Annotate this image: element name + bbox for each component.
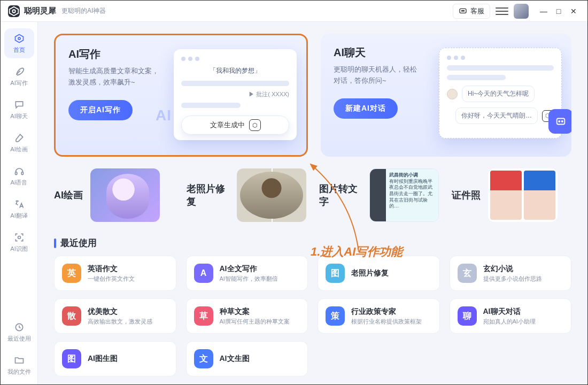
sidebar-item-label: Ai语音 [11, 179, 28, 187]
brush-icon [13, 132, 25, 144]
tile-icon: 草 [194, 306, 213, 326]
recent-section-title: 最近使用 [54, 237, 571, 249]
tile-icon: 散 [62, 306, 81, 326]
sidebar-item-files[interactable]: 我的文件 [4, 350, 34, 380]
customer-service-button[interactable]: 客服 [453, 4, 490, 19]
svg-point-3 [461, 10, 462, 11]
tile-icon: 英 [62, 264, 81, 283]
tile-name: 行业政策专家 [351, 307, 422, 317]
tile-name: 玄幻小说 [483, 264, 542, 274]
window-minimize-button[interactable]: — [536, 4, 551, 19]
sidebar-item-label: AI翻译 [10, 212, 27, 220]
recent-tile[interactable]: 文AI文生图 [186, 341, 308, 376]
recent-tile[interactable]: 英英语作文一键创作英文作文 [54, 256, 176, 291]
svg-point-10 [18, 236, 20, 239]
menu-button[interactable] [496, 5, 508, 18]
recent-tile[interactable]: 散优美散文高效输出散文，激发灵感 [54, 298, 176, 334]
tile-name: 英语作文 [88, 264, 135, 274]
feature-thumb [90, 168, 160, 222]
svg-rect-8 [15, 172, 17, 175]
headphone-icon [13, 165, 25, 177]
app-tagline: 更聪明的AI神器 [61, 6, 106, 16]
tile-icon: 策 [326, 306, 345, 326]
hero-ai-write[interactable]: AI写作 智能生成高质量文章和文案， 激发灵感，效率飙升~ 开启AI写作 「我和… [54, 34, 308, 157]
feature-ocr[interactable]: 图片转文字 武昌街的小调 有时候到重庆晚晚半夜总会不自觉地跟武昌街去走一圈了。尤… [319, 168, 439, 222]
sidebar-item-audio[interactable]: Ai语音 [4, 161, 34, 191]
tile-icon: 图 [326, 264, 345, 283]
tile-desc: 提供更多小说创作思路 [483, 275, 542, 283]
app-logo-icon [8, 5, 20, 17]
chat-icon [13, 99, 25, 111]
tile-desc: AI撰写任何主题的种草文案 [220, 318, 290, 326]
sidebar-item-recent[interactable]: 最近使用 [4, 317, 34, 347]
sidebar-item-draw[interactable]: AI绘画 [4, 128, 34, 158]
feature-title: 图片转文字 [319, 182, 362, 208]
svg-point-5 [463, 10, 464, 11]
recent-tile[interactable]: 策行业政策专家根据行业名称提供政策框架 [318, 298, 440, 334]
app-name: 聪明灵犀 [24, 6, 56, 16]
chat-float-icon [548, 109, 571, 134]
window-close-button[interactable]: ✕ [566, 4, 581, 19]
hero-desc: 更聪明的聊天机器人，轻松 对话，答你所问~ [334, 64, 435, 87]
bot-avatar-icon [447, 89, 458, 99]
tile-icon: 聊 [458, 306, 477, 326]
feature-strip: AI绘画 老照片修复 图片转文字 武昌街的小调 有时候到重庆晚晚半夜总会不自觉地… [54, 168, 571, 222]
sidebar-item-label: 首页 [13, 46, 25, 54]
recent-grid: 英英语作文一键创作英文作文AAI全文写作AI智能写作，效率翻倍图老照片修复玄玄幻… [54, 256, 571, 376]
home-hex-icon [13, 33, 25, 44]
sidebar-item-chat[interactable]: AI聊天 [4, 95, 34, 125]
tile-name: 老照片修复 [351, 268, 389, 278]
tile-icon: 文 [194, 349, 213, 368]
sidebar-item-label: AI聊天 [10, 112, 27, 120]
sidebar-item-home[interactable]: 首页 [4, 28, 34, 58]
feature-ai-draw[interactable]: AI绘画 [54, 168, 174, 222]
feature-id-photo[interactable]: 证件照 [452, 168, 571, 222]
svg-point-14 [562, 121, 563, 122]
folder-icon [13, 355, 25, 366]
recent-tile[interactable]: 聊AI聊天对话宛如真人的AI小助理 [450, 298, 572, 334]
customer-service-label: 客服 [470, 6, 484, 16]
svg-point-13 [559, 121, 560, 122]
recent-tile[interactable]: 图老照片修复 [318, 256, 440, 291]
chat-preview-mock: Hi~今天的天气怎样呢 你好呀，今天天气晴朗… ⬡ [439, 48, 562, 138]
tile-name: 优美散文 [88, 307, 152, 317]
new-ai-chat-button[interactable]: 新建AI对话 [334, 98, 398, 119]
feature-photo-restore[interactable]: 老照片修复 [187, 168, 306, 222]
sidebar-item-ocr[interactable]: AI识图 [4, 227, 34, 257]
hex-logo-icon: ⬡ [249, 119, 261, 131]
tile-name: AI全文写作 [220, 264, 278, 274]
recent-tile[interactable]: AAI全文写作AI智能写作，效率翻倍 [186, 256, 308, 291]
feature-title: 老照片修复 [187, 182, 229, 208]
feature-thumb [237, 168, 306, 222]
tile-name: AI文生图 [220, 354, 250, 364]
sidebar-item-write[interactable]: AI写作 [4, 61, 34, 91]
tile-desc: 一键创作英文作文 [88, 275, 135, 283]
feature-thumb [488, 168, 558, 222]
title-bar: 聪明灵犀 更聪明的AI神器 客服 — □ ✕ [1, 1, 587, 22]
recent-tile[interactable]: 玄玄幻小说提供更多小说创作思路 [450, 256, 572, 291]
recent-tile[interactable]: 草种草文案AI撰写任何主题的种草文案 [186, 298, 308, 334]
feature-thumb: 武昌街的小调 有时候到重庆晚晚半夜总会不自觉地跟武昌街去走一圈了。尤其在古旧街与… [369, 168, 439, 222]
user-avatar[interactable] [514, 4, 529, 19]
svg-point-4 [462, 10, 463, 11]
hero-ai-chat[interactable]: AI聊天 更聪明的聊天机器人，轻松 对话，答你所问~ 新建AI对话 Hi~今天的… [321, 34, 571, 157]
recent-tile[interactable]: 图AI图生图 [54, 341, 176, 376]
feature-title: 证件照 [452, 189, 481, 202]
chat-bubble: Hi~今天的天气怎样呢 [462, 86, 535, 102]
tile-desc: AI智能写作，效率翻倍 [220, 275, 278, 283]
start-ai-write-button[interactable]: 开启AI写作 [68, 100, 133, 120]
translate-icon [13, 198, 25, 210]
sidebar-item-label: AI识图 [10, 245, 27, 253]
sidebar-item-translate[interactable]: AI翻译 [4, 194, 34, 224]
mock-headline: 「我和我的梦想」 [181, 66, 289, 75]
tile-name: AI图生图 [88, 354, 118, 364]
window-maximize-button[interactable]: □ [551, 4, 566, 19]
mock-batch-label: ▶ 批注( XXXX) [181, 90, 289, 98]
feather-icon [13, 66, 25, 78]
sidebar-item-label: AI写作 [10, 79, 27, 87]
tile-name: AI聊天对话 [483, 307, 536, 317]
svg-marker-6 [15, 35, 23, 43]
sidebar-item-label: AI绘画 [10, 145, 27, 153]
hero-desc: 智能生成高质量文章和文案， 激发灵感，效率飙升~ [68, 66, 170, 88]
tile-icon: 玄 [458, 264, 477, 283]
